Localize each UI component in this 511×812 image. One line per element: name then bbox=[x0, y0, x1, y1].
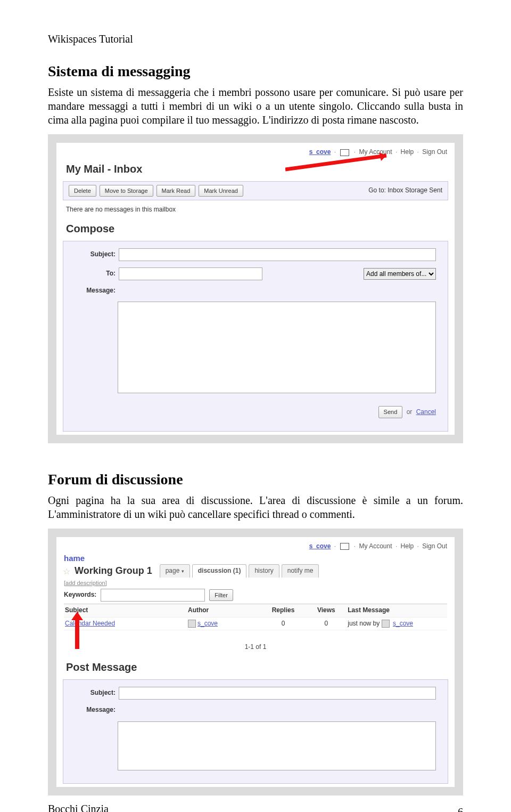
empty-mailbox-text: There are no messages in this mailbox bbox=[56, 204, 455, 218]
post-message-heading: Post Message bbox=[56, 657, 455, 676]
col-views: Views bbox=[304, 606, 348, 615]
paragraph-forum: Ogni pagina ha la sua area di discussion… bbox=[48, 493, 463, 521]
red-arrow-annotation bbox=[285, 152, 397, 174]
post-subject-label: Subject: bbox=[75, 689, 116, 697]
post-message-label: Message: bbox=[75, 706, 116, 714]
discussion-table: Subject Author Replies Views Last Messag… bbox=[64, 604, 447, 630]
goto-inbox: Inbox bbox=[388, 186, 403, 194]
page-tabs: ☆ Working Group 1 page ▾ discussion (1) … bbox=[63, 564, 448, 578]
tab-discussion[interactable]: discussion (1) bbox=[192, 564, 247, 578]
move-button[interactable]: Move to Storage bbox=[100, 185, 153, 197]
hame-text: hame bbox=[56, 553, 455, 564]
signout-link[interactable]: Sign Out bbox=[422, 148, 447, 156]
send-button[interactable]: Send bbox=[378, 406, 403, 418]
replies-cell: 0 bbox=[262, 620, 305, 628]
red-arrow-up-annotation bbox=[69, 612, 85, 649]
post-subject-input[interactable] bbox=[119, 687, 436, 700]
add-members-select[interactable]: Add all members of... bbox=[364, 268, 436, 280]
screenshot-forum: s_cove · · My Account · Help · Sign Out … bbox=[48, 529, 463, 795]
subject-label: Subject: bbox=[75, 250, 116, 259]
last-msg-cell: just now by s_cove bbox=[348, 620, 446, 628]
mark-read-button[interactable]: Mark Read bbox=[156, 185, 196, 197]
keywords-label: Keywords: bbox=[64, 591, 96, 599]
col-author: Author bbox=[188, 606, 262, 615]
mail-icon-2[interactable] bbox=[340, 543, 349, 550]
keywords-input[interactable] bbox=[101, 589, 205, 602]
goto-storage-link[interactable]: Storage bbox=[405, 186, 427, 194]
section-heading-forum: Forum di discussione bbox=[48, 470, 463, 489]
signout-link-2[interactable]: Sign Out bbox=[422, 542, 447, 550]
pager-text: 1-1 of 1 bbox=[56, 631, 455, 657]
compose-heading: Compose bbox=[56, 218, 455, 238]
star-icon[interactable]: ☆ bbox=[63, 566, 70, 578]
to-input[interactable] bbox=[119, 267, 262, 280]
message-label: Message: bbox=[75, 287, 116, 295]
col-last: Last Message bbox=[348, 606, 446, 615]
avatar-icon bbox=[188, 620, 196, 628]
document-header: Wikispaces Tutorial bbox=[48, 32, 463, 46]
delete-button[interactable]: Delete bbox=[69, 185, 96, 197]
help-link-2[interactable]: Help bbox=[401, 542, 414, 550]
username-link-2[interactable]: s_cove bbox=[309, 542, 331, 550]
my-account-link-2[interactable]: My Account bbox=[359, 542, 392, 550]
table-row: Calendar Needed s_cove 0 0 just now by s… bbox=[64, 618, 447, 631]
cancel-link[interactable]: Cancel bbox=[416, 408, 436, 416]
or-text: or bbox=[407, 408, 413, 416]
section-heading-messaging: Sistema di messagging bbox=[48, 62, 463, 81]
top-links-2: s_cove · · My Account · Help · Sign Out bbox=[56, 537, 455, 553]
views-cell: 0 bbox=[304, 620, 348, 628]
page-title: Working Group 1 bbox=[75, 565, 152, 577]
goto-sent-link[interactable]: Sent bbox=[429, 186, 442, 194]
goto-nav: Go to: Inbox Storage Sent bbox=[368, 186, 442, 195]
page-number: 6 bbox=[458, 805, 463, 812]
post-message-textarea[interactable] bbox=[118, 721, 436, 770]
last-user-link[interactable]: s_cove bbox=[393, 620, 413, 627]
tab-notify[interactable]: notify me bbox=[282, 564, 319, 578]
help-link[interactable]: Help bbox=[401, 148, 414, 156]
to-label: To: bbox=[75, 270, 116, 278]
author-link[interactable]: s_cove bbox=[197, 620, 218, 627]
paragraph-messaging: Esiste un sistema di messaggeria che i m… bbox=[48, 85, 463, 127]
svg-marker-1 bbox=[379, 152, 386, 161]
svg-line-0 bbox=[285, 156, 386, 169]
document-footer: Bocchi Cinzia 15/03/09 bbox=[48, 802, 109, 812]
filter-button[interactable]: Filter bbox=[209, 589, 233, 601]
mark-unread-button[interactable]: Mark Unread bbox=[199, 185, 243, 197]
mail-toolbar: Delete Move to Storage Mark Read Mark Un… bbox=[63, 181, 448, 200]
avatar-icon-2 bbox=[382, 620, 390, 628]
col-replies: Replies bbox=[262, 606, 305, 615]
tab-page[interactable]: page ▾ bbox=[160, 564, 190, 578]
svg-marker-3 bbox=[71, 612, 83, 620]
subject-input[interactable] bbox=[119, 248, 436, 261]
author-name: Bocchi Cinzia bbox=[48, 802, 109, 812]
screenshot-mail: s_cove · · My Account · Help · Sign Out … bbox=[48, 134, 463, 443]
message-textarea[interactable] bbox=[118, 302, 436, 393]
add-description-link[interactable]: [add description] bbox=[64, 579, 447, 587]
tab-history[interactable]: history bbox=[249, 564, 279, 578]
